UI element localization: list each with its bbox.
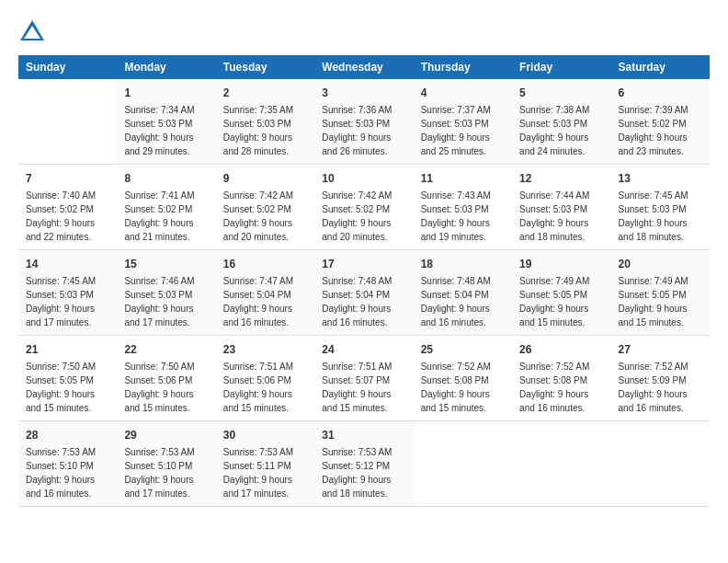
day-number: 9 bbox=[223, 170, 307, 187]
day-info: Sunrise: 7:48 AMSunset: 5:04 PMDaylight:… bbox=[322, 274, 405, 329]
day-info: Sunrise: 7:46 AMSunset: 5:03 PMDaylight:… bbox=[124, 274, 208, 329]
day-number: 29 bbox=[124, 427, 208, 443]
calendar-cell-w2-d0: 14Sunrise: 7:45 AMSunset: 5:03 PMDayligh… bbox=[18, 250, 117, 336]
day-info: Sunrise: 7:53 AMSunset: 5:12 PMDaylight:… bbox=[322, 445, 405, 500]
day-info: Sunrise: 7:39 AMSunset: 5:02 PMDaylight:… bbox=[619, 103, 702, 158]
calendar-cell-w3-d1: 22Sunrise: 7:50 AMSunset: 5:06 PMDayligh… bbox=[117, 336, 215, 421]
calendar-cell-w4-d0: 28Sunrise: 7:53 AMSunset: 5:10 PMDayligh… bbox=[18, 421, 117, 507]
calendar-cell-w3-d5: 26Sunrise: 7:52 AMSunset: 5:08 PMDayligh… bbox=[512, 336, 610, 421]
day-info: Sunrise: 7:51 AMSunset: 5:07 PMDaylight:… bbox=[322, 360, 405, 415]
day-number: 28 bbox=[26, 427, 109, 443]
day-info: Sunrise: 7:43 AMSunset: 5:03 PMDaylight:… bbox=[421, 189, 505, 244]
calendar-cell-w1-d2: 9Sunrise: 7:42 AMSunset: 5:02 PMDaylight… bbox=[216, 165, 314, 250]
calendar-cell-w4-d6 bbox=[611, 421, 710, 507]
calendar-cell-w0-d5: 5Sunrise: 7:38 AMSunset: 5:03 PMDaylight… bbox=[512, 79, 610, 165]
calendar-cell-w0-d2: 2Sunrise: 7:35 AMSunset: 5:03 PMDaylight… bbox=[216, 79, 314, 165]
day-number: 1 bbox=[124, 85, 208, 101]
header-monday: Monday bbox=[117, 55, 215, 79]
day-number: 2 bbox=[223, 85, 307, 101]
calendar-cell-w0-d0 bbox=[18, 79, 117, 165]
day-info: Sunrise: 7:35 AMSunset: 5:03 PMDaylight:… bbox=[223, 103, 307, 158]
day-number: 6 bbox=[619, 85, 702, 101]
day-number: 23 bbox=[223, 341, 307, 358]
calendar-cell-w3-d6: 27Sunrise: 7:52 AMSunset: 5:09 PMDayligh… bbox=[611, 336, 710, 421]
calendar-cell-w4-d1: 29Sunrise: 7:53 AMSunset: 5:10 PMDayligh… bbox=[117, 421, 215, 507]
day-info: Sunrise: 7:47 AMSunset: 5:04 PMDaylight:… bbox=[223, 274, 307, 329]
calendar-week-3: 21Sunrise: 7:50 AMSunset: 5:05 PMDayligh… bbox=[18, 336, 710, 421]
logo-icon bbox=[18, 18, 46, 46]
header-thursday: Thursday bbox=[414, 55, 512, 79]
day-number: 17 bbox=[322, 256, 405, 272]
day-info: Sunrise: 7:38 AMSunset: 5:03 PMDaylight:… bbox=[519, 103, 603, 158]
day-number: 4 bbox=[421, 85, 505, 101]
calendar-cell-w4-d5 bbox=[512, 421, 610, 507]
calendar-cell-w3-d2: 23Sunrise: 7:51 AMSunset: 5:06 PMDayligh… bbox=[216, 336, 314, 421]
day-info: Sunrise: 7:36 AMSunset: 5:03 PMDaylight:… bbox=[322, 103, 405, 158]
header-tuesday: Tuesday bbox=[216, 55, 314, 79]
calendar-cell-w2-d1: 15Sunrise: 7:46 AMSunset: 5:03 PMDayligh… bbox=[117, 250, 215, 336]
day-info: Sunrise: 7:53 AMSunset: 5:10 PMDaylight:… bbox=[26, 445, 109, 500]
day-number: 31 bbox=[322, 427, 405, 443]
day-info: Sunrise: 7:52 AMSunset: 5:08 PMDaylight:… bbox=[421, 360, 505, 415]
calendar-cell-w0-d3: 3Sunrise: 7:36 AMSunset: 5:03 PMDaylight… bbox=[314, 79, 413, 165]
header-saturday: Saturday bbox=[611, 55, 710, 79]
day-number: 30 bbox=[223, 427, 307, 443]
day-number: 11 bbox=[421, 170, 505, 187]
header-sunday: Sunday bbox=[18, 55, 117, 79]
day-number: 20 bbox=[619, 256, 702, 272]
day-number: 21 bbox=[26, 341, 109, 358]
calendar-cell-w1-d6: 13Sunrise: 7:45 AMSunset: 5:03 PMDayligh… bbox=[611, 165, 710, 250]
day-number: 26 bbox=[519, 341, 603, 358]
calendar-cell-w0-d1: 1Sunrise: 7:34 AMSunset: 5:03 PMDaylight… bbox=[117, 79, 215, 165]
day-number: 22 bbox=[124, 341, 208, 358]
calendar-cell-w4-d2: 30Sunrise: 7:53 AMSunset: 5:11 PMDayligh… bbox=[216, 421, 314, 507]
calendar-cell-w1-d3: 10Sunrise: 7:42 AMSunset: 5:02 PMDayligh… bbox=[314, 165, 413, 250]
logo bbox=[18, 18, 50, 46]
calendar-cell-w3-d3: 24Sunrise: 7:51 AMSunset: 5:07 PMDayligh… bbox=[314, 336, 413, 421]
day-info: Sunrise: 7:51 AMSunset: 5:06 PMDaylight:… bbox=[223, 360, 307, 415]
calendar-cell-w3-d4: 25Sunrise: 7:52 AMSunset: 5:08 PMDayligh… bbox=[414, 336, 512, 421]
calendar-week-0: 1Sunrise: 7:34 AMSunset: 5:03 PMDaylight… bbox=[18, 79, 710, 165]
calendar-cell-w2-d4: 18Sunrise: 7:48 AMSunset: 5:04 PMDayligh… bbox=[414, 250, 512, 336]
calendar-week-4: 28Sunrise: 7:53 AMSunset: 5:10 PMDayligh… bbox=[18, 421, 710, 507]
day-info: Sunrise: 7:48 AMSunset: 5:04 PMDaylight:… bbox=[421, 274, 505, 329]
calendar-cell-w2-d6: 20Sunrise: 7:49 AMSunset: 5:05 PMDayligh… bbox=[611, 250, 710, 336]
day-info: Sunrise: 7:53 AMSunset: 5:11 PMDaylight:… bbox=[223, 445, 307, 500]
day-number: 12 bbox=[519, 170, 603, 187]
day-info: Sunrise: 7:45 AMSunset: 5:03 PMDaylight:… bbox=[26, 274, 109, 329]
day-number: 10 bbox=[322, 170, 405, 187]
day-number: 18 bbox=[421, 256, 505, 272]
day-number: 13 bbox=[619, 170, 702, 187]
day-number: 3 bbox=[322, 85, 405, 101]
calendar-cell-w2-d2: 16Sunrise: 7:47 AMSunset: 5:04 PMDayligh… bbox=[216, 250, 314, 336]
day-number: 14 bbox=[26, 256, 109, 272]
day-number: 8 bbox=[124, 170, 208, 187]
calendar-cell-w2-d5: 19Sunrise: 7:49 AMSunset: 5:05 PMDayligh… bbox=[512, 250, 610, 336]
day-number: 24 bbox=[322, 341, 405, 358]
calendar-cell-w4-d3: 31Sunrise: 7:53 AMSunset: 5:12 PMDayligh… bbox=[314, 421, 413, 507]
day-info: Sunrise: 7:52 AMSunset: 5:08 PMDaylight:… bbox=[519, 360, 603, 415]
page-header bbox=[18, 18, 710, 46]
calendar-cell-w0-d6: 6Sunrise: 7:39 AMSunset: 5:02 PMDaylight… bbox=[611, 79, 710, 165]
day-info: Sunrise: 7:42 AMSunset: 5:02 PMDaylight:… bbox=[322, 189, 405, 244]
calendar-cell-w4-d4 bbox=[414, 421, 512, 507]
day-info: Sunrise: 7:45 AMSunset: 5:03 PMDaylight:… bbox=[619, 189, 702, 244]
calendar-cell-w0-d4: 4Sunrise: 7:37 AMSunset: 5:03 PMDaylight… bbox=[414, 79, 512, 165]
calendar-cell-w1-d5: 12Sunrise: 7:44 AMSunset: 5:03 PMDayligh… bbox=[512, 165, 610, 250]
calendar-cell-w3-d0: 21Sunrise: 7:50 AMSunset: 5:05 PMDayligh… bbox=[18, 336, 117, 421]
day-info: Sunrise: 7:50 AMSunset: 5:05 PMDaylight:… bbox=[26, 360, 109, 415]
day-info: Sunrise: 7:37 AMSunset: 5:03 PMDaylight:… bbox=[421, 103, 505, 158]
day-number: 25 bbox=[421, 341, 505, 358]
header-friday: Friday bbox=[512, 55, 610, 79]
day-info: Sunrise: 7:34 AMSunset: 5:03 PMDaylight:… bbox=[124, 103, 208, 158]
day-number: 27 bbox=[619, 341, 702, 358]
calendar-week-1: 7Sunrise: 7:40 AMSunset: 5:02 PMDaylight… bbox=[18, 165, 710, 250]
day-number: 5 bbox=[519, 85, 603, 101]
day-info: Sunrise: 7:52 AMSunset: 5:09 PMDaylight:… bbox=[619, 360, 702, 415]
calendar-table: SundayMondayTuesdayWednesdayThursdayFrid… bbox=[18, 55, 710, 507]
day-number: 15 bbox=[124, 256, 208, 272]
calendar-header-row: SundayMondayTuesdayWednesdayThursdayFrid… bbox=[18, 55, 710, 79]
calendar-cell-w1-d4: 11Sunrise: 7:43 AMSunset: 5:03 PMDayligh… bbox=[414, 165, 512, 250]
calendar-cell-w2-d3: 17Sunrise: 7:48 AMSunset: 5:04 PMDayligh… bbox=[314, 250, 413, 336]
day-info: Sunrise: 7:53 AMSunset: 5:10 PMDaylight:… bbox=[124, 445, 208, 500]
